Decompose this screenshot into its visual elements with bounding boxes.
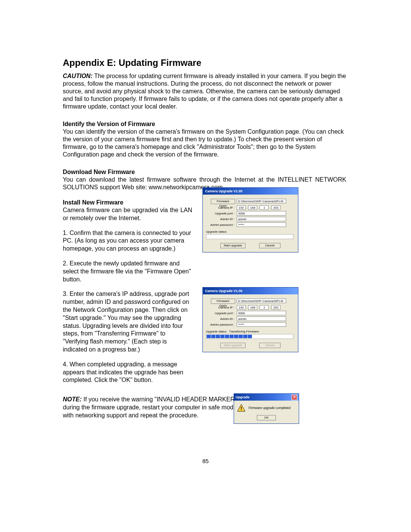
firmware-path-field[interactable] [237,299,286,303]
ip-octet-4[interactable] [271,305,280,310]
upgrade-status-label: Upgrade status [206,230,295,233]
admin-id-label: Admin ID : [206,217,237,221]
admin-id-field[interactable] [237,316,286,321]
install-step-3: 3. Enter the camera's IP address, upgrad… [63,290,192,353]
cancel-button-disabled: Cancel [259,343,280,348]
dialog-body: Firmware Open Camera IP : . . . Upgrade … [203,294,298,352]
camera-ip-label: Camera IP : [206,206,237,209]
firmware-open-button[interactable]: Firmware Open [211,199,235,204]
ip-octet-4[interactable] [271,205,280,210]
start-upgrade-button-disabled: Start upgrade [220,343,245,348]
start-upgrade-button[interactable]: Start upgrade [220,243,245,248]
dialog-title: Camera Upgrade V1.05 [205,289,242,293]
install-step-2: 2. Execute the newly updated firmware an… [63,260,192,283]
ip-octet-3[interactable] [260,205,269,210]
camera-upgrade-dialog-progress: Camera Upgrade V1.05 Firmware Open Camer… [202,287,298,352]
cancel-button[interactable]: Cancel [259,243,280,248]
camera-ip-label: Camera IP : [206,306,237,309]
install-step-1: 1. Confirm that the camera is connected … [63,229,192,253]
upgrade-status-label: Upgrade status Transferring Firmware [206,330,295,333]
page-number: 85 [0,458,411,464]
admin-password-field[interactable] [237,222,286,227]
popup-title: Upgrade [236,395,250,399]
warning-icon: ! [237,404,245,412]
popup-titlebar: Upgrade ✕ [234,394,299,401]
upgrade-port-field[interactable] [237,311,286,315]
ip-octet-2[interactable] [248,305,257,310]
upgrade-complete-popup: Upgrade ✕ ! Firmware upgrade completed O… [234,393,299,424]
identify-heading: Identify the Version of Firmware [63,120,346,128]
progress-bar-partial [206,334,293,339]
page-title: Appendix E: Updating Firmware [63,57,346,69]
upgrade-port-label: Upgrade port : [206,312,237,315]
ok-button[interactable]: OK [257,415,276,420]
ip-octet-3[interactable] [260,305,269,310]
upgrade-port-label: Upgrade port : [206,212,237,215]
svg-text:!: ! [241,406,242,411]
dialog-titlebar: Camera Upgrade V1.05 [203,288,298,294]
install-intro: Camera firmware can be upgraded via the … [63,206,192,222]
upgrade-status-text: Transferring Firmware [229,330,259,333]
dialog-body: Firmware Open Camera IP : . . . Upgrade … [203,195,298,252]
caution-text: The process for updating current firmwar… [63,73,346,110]
admin-id-field[interactable] [237,217,286,221]
admin-password-label: Admin password : [206,223,237,227]
camera-upgrade-dialog-idle: Camera Upgrade V1.05 Firmware Open Camer… [202,187,298,252]
admin-password-field[interactable] [237,322,286,327]
dialog-titlebar: Camera Upgrade V1.05 [203,188,298,195]
camera-ip-field: . . . [237,205,280,210]
progress-bar-empty [206,234,293,239]
caution-paragraph: CAUTION: The process for updating curren… [63,72,346,110]
popup-message: Firmware upgrade completed [249,406,291,410]
firmware-open-button[interactable]: Firmware Open [211,299,235,304]
caution-label: CAUTION: [63,73,92,79]
ip-octet-2[interactable] [248,205,257,210]
upgrade-port-field[interactable] [237,211,286,216]
camera-ip-field: . . . [237,305,280,310]
dialog-title: Camera Upgrade V1.05 [205,189,242,193]
section-identify: Identify the Version of Firmware You can… [63,120,346,158]
note-paragraph: NOTE: If you receive the warning "INVALI… [63,396,238,419]
firmware-path-field[interactable] [237,199,286,203]
note-label: NOTE: [63,396,82,403]
admin-id-label: Admin ID : [206,317,237,321]
admin-password-label: Admin password : [206,323,237,326]
document-page: Appendix E: Updating Firmware CAUTION: T… [0,0,411,532]
identify-text: You can identify the version of the came… [63,128,346,158]
install-left-column: Camera firmware can be upgraded via the … [63,206,192,384]
close-icon[interactable]: ✕ [292,395,297,400]
ip-octet-1[interactable] [237,205,246,210]
install-step-4: 4. When completed upgrading, a message a… [63,361,192,384]
download-heading: Download New Firmware [63,168,346,176]
ip-octet-1[interactable] [237,305,246,310]
note-text: If you receive the warning "INVALID HEAD… [63,396,237,419]
